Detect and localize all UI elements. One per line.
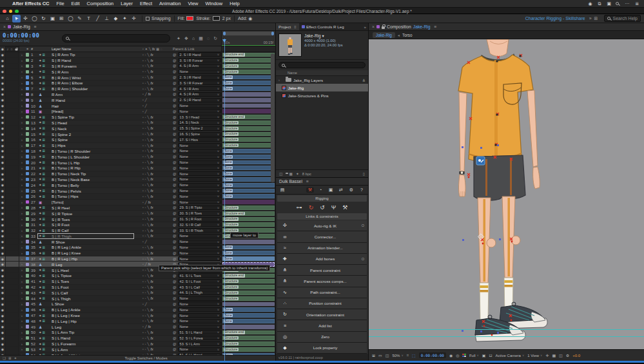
layer-av-switches[interactable] bbox=[6, 336, 19, 341]
fx-badge-icon[interactable]: fx bbox=[151, 291, 153, 294]
continuous-raster-icon[interactable]: ╲ bbox=[148, 189, 150, 193]
layer-expand-chevron-icon[interactable]: › bbox=[19, 64, 24, 69]
layer-duration-bar[interactable]: Structure bbox=[222, 336, 275, 340]
quality-icon[interactable]: ◦ bbox=[145, 132, 146, 136]
layer-duration-cell[interactable]: Structure bbox=[221, 222, 275, 227]
layer-visibility-eye-icon[interactable]: ◉ bbox=[0, 290, 6, 295]
layer-duration-cell[interactable] bbox=[221, 103, 275, 108]
layer-duration-cell[interactable]: Structure bbox=[221, 267, 275, 273]
continuous-raster-icon[interactable]: ╲ bbox=[148, 115, 150, 119]
layer-expand-chevron-icon[interactable]: › bbox=[19, 154, 24, 159]
quality-icon[interactable]: ◦ bbox=[145, 347, 146, 351]
workspace-bar-icon[interactable]: ⊞ bbox=[594, 16, 598, 21]
layer-name[interactable]: R Arm bbox=[52, 92, 141, 97]
layer-duration-bar[interactable]: Bone bbox=[222, 251, 275, 255]
layer-duration-cell[interactable]: Bone bbox=[221, 182, 275, 187]
layer-visibility-eye-icon[interactable]: ◉ bbox=[0, 267, 6, 273]
layer-switches[interactable]: ▫◦╲fx bbox=[141, 58, 172, 63]
layer-av-switches[interactable] bbox=[6, 267, 19, 273]
layer-duration-bar[interactable]: Structure bbox=[222, 64, 275, 68]
layer-name[interactable]: B | Torso | R Hip bbox=[52, 166, 141, 171]
layer-row-s-spine[interactable]: ◉›16✦⊞S | Spine▫◦╲fx@17. S | Hips∨Struct… bbox=[0, 137, 275, 143]
quality-icon[interactable]: ╱ bbox=[145, 200, 147, 204]
layer-row-b-r-leg-knee[interactable]: ◉›36✦⊞B | R Leg | Knee▫◦╲fx@None∨Bone bbox=[0, 251, 275, 256]
layer-color-swatch[interactable] bbox=[24, 330, 30, 335]
layer-parent-cell[interactable]: @32. S | R Calf∨ bbox=[172, 222, 221, 227]
layer-row-s-neck[interactable]: ◉›14✦⊞S | Neck▫◦╲fx@15. S | Spine 2∨Stru… bbox=[0, 126, 275, 131]
layer-visibility-eye-icon[interactable]: ◉ bbox=[0, 324, 6, 329]
layer-parent-cell[interactable]: @None∨ bbox=[172, 149, 221, 154]
grid-guides-icon[interactable]: ⌗ bbox=[407, 353, 409, 358]
layer-duration-bar[interactable]: Bone bbox=[222, 86, 275, 91]
layer-expand-chevron-icon[interactable]: › bbox=[19, 103, 24, 108]
clone-stamp-tool[interactable]: ⊥ bbox=[102, 15, 111, 23]
layer-av-switches[interactable] bbox=[6, 97, 19, 102]
layer-switches[interactable]: ▫◦╲fx bbox=[141, 285, 172, 290]
layer-duration-bar[interactable]: Structure bbox=[222, 143, 275, 148]
collapse-switch-icon[interactable]: ✦ bbox=[145, 47, 148, 51]
layer-switches[interactable]: ▫◦╲fx bbox=[141, 188, 172, 193]
continuous-raster-icon[interactable]: ╲ bbox=[148, 223, 150, 227]
parent-select[interactable]: 41. S | L Toes∨ bbox=[178, 273, 221, 278]
layer-row-b-l-leg-knee[interactable]: ◉›47✦⊞B | L Leg | Knee▫◦╲fx@None∨Bone bbox=[0, 313, 275, 319]
layer-visibility-eye-icon[interactable]: ◉ bbox=[0, 52, 6, 57]
layer-color-swatch[interactable] bbox=[24, 75, 30, 80]
layer-visibility-eye-icon[interactable]: ◉ bbox=[0, 216, 6, 222]
layer-expand-chevron-icon[interactable]: › bbox=[19, 126, 24, 131]
layer-name[interactable]: B | L Leg | Ankle bbox=[52, 307, 141, 312]
layer-name[interactable]: B | Torso | Belly bbox=[52, 182, 141, 187]
quality-icon[interactable]: ◦ bbox=[145, 138, 146, 142]
layer-color-swatch[interactable] bbox=[24, 222, 30, 227]
parent-select[interactable]: 51. S | L Hand∨ bbox=[178, 353, 221, 355]
layer-parent-cell[interactable]: @None∨ bbox=[172, 262, 221, 267]
shy-icon[interactable]: ▫ bbox=[142, 291, 144, 294]
selected-bone-icon[interactable] bbox=[476, 157, 485, 165]
layer-switches[interactable]: ▫╱ bbox=[141, 302, 172, 307]
continuous-raster-icon[interactable]: ╲ bbox=[148, 126, 150, 130]
layer-visibility-eye-icon[interactable]: ◉ bbox=[0, 341, 6, 347]
parent-pick-whip-icon[interactable]: @ bbox=[173, 149, 177, 153]
layer-color-swatch[interactable] bbox=[24, 81, 30, 86]
control-center-icon[interactable]: ⋯ bbox=[625, 1, 629, 6]
layer-color-swatch[interactable] bbox=[24, 69, 30, 74]
layer-color-swatch[interactable] bbox=[24, 58, 30, 63]
layer-visibility-eye-icon[interactable]: ◉ bbox=[0, 211, 6, 216]
layer-duration-cell[interactable]: Bone bbox=[221, 86, 275, 91]
workspace-selector[interactable]: Character Rigging - Skillshare bbox=[525, 16, 585, 21]
layer-duration-bar[interactable]: Bone bbox=[222, 307, 275, 312]
shy-icon[interactable]: ▫ bbox=[142, 217, 144, 221]
layer-color-swatch[interactable] bbox=[24, 64, 30, 69]
layer-visibility-eye-icon[interactable]: ◉ bbox=[0, 160, 6, 165]
layer-name[interactable]: B | Torso | L Shoulder bbox=[52, 154, 141, 159]
layer-visibility-eye-icon[interactable]: ◉ bbox=[0, 200, 6, 205]
layer-color-swatch[interactable] bbox=[24, 347, 30, 352]
continuous-raster-icon[interactable]: ╲ bbox=[148, 144, 150, 148]
layer-visibility-eye-icon[interactable]: ◉ bbox=[0, 64, 6, 69]
region-of-interest-icon[interactable]: ⬚ bbox=[412, 353, 416, 358]
layer-visibility-eye-icon[interactable]: ◉ bbox=[0, 177, 6, 182]
layer-expand-chevron-icon[interactable]: › bbox=[19, 234, 24, 239]
layer-duration-cell[interactable]: Structure bbox=[221, 279, 275, 284]
type-tool[interactable]: T bbox=[84, 15, 93, 23]
fx-badge-icon[interactable]: fx bbox=[151, 172, 153, 176]
duik-tools-icon[interactable]: ⚒ bbox=[342, 204, 347, 211]
layer-color-swatch[interactable] bbox=[24, 194, 30, 199]
layer-duration-bar[interactable]: Structure bbox=[222, 234, 275, 238]
layer-parent-cell[interactable]: @None∨ bbox=[172, 296, 221, 301]
quality-icon[interactable]: ◦ bbox=[145, 75, 146, 79]
layer-av-switches[interactable] bbox=[6, 318, 19, 323]
parent-select[interactable]: None∨ bbox=[178, 194, 221, 198]
layer-av-switches[interactable] bbox=[6, 194, 19, 199]
layer-parent-cell[interactable]: @None∨ bbox=[172, 166, 221, 171]
layer-visibility-eye-icon[interactable]: ◉ bbox=[0, 285, 6, 290]
layer-color-swatch[interactable] bbox=[24, 318, 30, 323]
parent-select[interactable]: None∨ bbox=[178, 104, 221, 108]
parent-pick-whip-icon[interactable]: @ bbox=[173, 245, 177, 249]
layer-switches[interactable]: ▫◦╲fx bbox=[141, 290, 172, 295]
quality-icon[interactable]: ◦ bbox=[145, 53, 146, 57]
shy-icon[interactable]: ▫ bbox=[142, 262, 144, 266]
motion-blur-switch-icon[interactable]: ◌ bbox=[161, 47, 162, 51]
parent-select[interactable]: 30. S | R Toes∨ bbox=[178, 211, 221, 216]
layer-duration-cell[interactable]: Structure bbox=[221, 336, 275, 341]
layer-switches[interactable]: ▫◦╲fx bbox=[141, 52, 172, 57]
